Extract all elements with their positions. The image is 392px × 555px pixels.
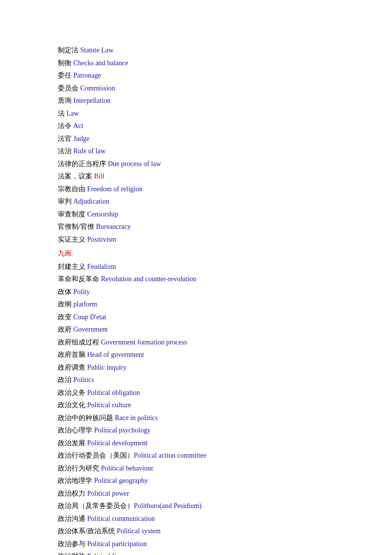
english-text: Statute Law bbox=[80, 46, 114, 54]
english-text: Government bbox=[74, 326, 108, 333]
chinese-text: 革命和反革命 bbox=[58, 275, 101, 283]
english-text: Positivism bbox=[87, 236, 117, 243]
chinese-text: 政治沟通 bbox=[58, 515, 87, 522]
english-text: Commission bbox=[80, 85, 116, 92]
entry-political-culture: 政治文化 Political culture bbox=[58, 399, 334, 412]
entry-revolution: 革命和反革命 Revolution and counter-revolution bbox=[58, 273, 334, 286]
english-text: Political action committee bbox=[134, 452, 206, 459]
english-text: Political behaviour bbox=[101, 465, 154, 472]
english-text: Polity bbox=[74, 288, 90, 296]
english-text: Political obligation bbox=[87, 389, 140, 396]
chinese-text: 法治 bbox=[58, 147, 74, 155]
chinese-text: 政治发展 bbox=[58, 439, 87, 447]
chinese-text: 政体 bbox=[58, 288, 74, 296]
chinese-text: 法 bbox=[58, 110, 67, 117]
entry-polity: 政体 Polity bbox=[58, 286, 334, 299]
chinese-text: 审查制度 bbox=[58, 211, 87, 218]
english-text: Political communication bbox=[87, 515, 155, 522]
chinese-text: 政治参与 bbox=[58, 540, 87, 548]
chinese-text: 政治局（及常务委员会） bbox=[58, 502, 134, 510]
entry-political-power: 政治权力 Political power bbox=[58, 488, 334, 500]
english-text: Bureaucracy bbox=[96, 223, 131, 230]
chinese-text: 政府首脑 bbox=[58, 351, 87, 358]
entry-feudalism: 封建主义 Feudalism bbox=[58, 261, 334, 273]
entry-political-participation: 政治参与 Political participation bbox=[58, 538, 334, 551]
english-text: Patronage bbox=[74, 72, 101, 79]
entry-bill: 法案，议案 Bill bbox=[58, 171, 334, 183]
entry-politburo: 政治局（及常务委员会）Politburo(and Pesidium) bbox=[58, 500, 334, 512]
english-text: Political power bbox=[87, 490, 129, 497]
english-text: Political participation bbox=[87, 540, 147, 548]
chinese-text: 委员会 bbox=[58, 85, 80, 92]
entry-adjudication: 审判 Adjudication bbox=[58, 196, 334, 208]
entry-politics: 政治 Politics bbox=[58, 374, 334, 386]
entry-checks-balance: 制衡 Checks and balance bbox=[58, 57, 334, 70]
english-text: Freedom of religion bbox=[87, 185, 143, 193]
entry-political-obligation: 政治义务 Political obligation bbox=[58, 387, 334, 399]
chinese-text: 政治文化 bbox=[58, 401, 87, 409]
chinese-text: 政治义务 bbox=[58, 389, 87, 396]
chinese-text: 政府 bbox=[58, 326, 74, 333]
english-text: Revolution and counter-revolution bbox=[101, 275, 196, 283]
chinese-text: 制定法 bbox=[58, 46, 80, 54]
english-text: platform bbox=[74, 300, 97, 308]
english-text: Political finance bbox=[87, 553, 132, 555]
english-text: Political development bbox=[87, 439, 148, 447]
entry-political-geography: 政治地理学 Political geography bbox=[58, 475, 334, 487]
english-text: Rule of law bbox=[74, 147, 106, 155]
chinese-text: 政治财政 bbox=[58, 553, 87, 555]
chinese-text: 政治 bbox=[58, 376, 74, 384]
entry-statute-law: 制定法 Statute Law bbox=[58, 44, 334, 57]
section-nine-heading: 九画 bbox=[58, 248, 334, 260]
english-text: Government formation process bbox=[101, 339, 187, 346]
english-text: Interpellation bbox=[74, 97, 111, 104]
chinese-text: 政府组成过程 bbox=[58, 339, 101, 346]
entry-government-formation: 政府组成过程 Government formation process bbox=[58, 337, 334, 349]
chinese-text: 质询 bbox=[58, 97, 74, 104]
chinese-text: 宗教自由 bbox=[58, 185, 87, 193]
entries-list: 制定法 Statute Law 制衡 Checks and balance 委任… bbox=[58, 44, 334, 555]
english-text: Censorship bbox=[87, 211, 118, 218]
chinese-text: 封建主义 bbox=[58, 263, 87, 270]
entry-freedom-religion: 宗教自由 Freedom of religion bbox=[58, 183, 334, 196]
chinese-text: 政纲 bbox=[58, 300, 74, 308]
chinese-text: 政治体系/政治系统 bbox=[58, 527, 117, 535]
english-text: Public inquiry bbox=[87, 364, 127, 371]
english-text: Bill bbox=[94, 172, 105, 180]
english-text: Political psychology bbox=[94, 427, 151, 434]
entry-government: 政府 Government bbox=[58, 324, 334, 336]
chinese-text: 官僚制/官僚 bbox=[58, 223, 96, 230]
english-text: Politics bbox=[74, 376, 94, 384]
chinese-text: 法案，议案 bbox=[58, 172, 94, 180]
english-text: Due process of law bbox=[108, 160, 161, 168]
entry-positivism: 实证主义 Positivism bbox=[58, 234, 334, 246]
chinese-text: 委任 bbox=[58, 72, 74, 79]
chinese-text: 政变 bbox=[58, 313, 74, 321]
english-text: Political culture bbox=[87, 401, 131, 409]
entry-platform: 政纲 platform bbox=[58, 299, 334, 311]
chinese-text: 审判 bbox=[58, 198, 74, 205]
entry-race-politics: 政治中的种族问题 Race in politics bbox=[58, 412, 334, 425]
chinese-text: 政治行为研究 bbox=[58, 465, 101, 472]
english-text: Political system bbox=[117, 527, 160, 535]
entry-law: 法 Law bbox=[58, 108, 334, 120]
entry-bureaucracy: 官僚制/官僚 Bureaucracy bbox=[58, 221, 334, 233]
chinese-text: 制衡 bbox=[58, 59, 74, 67]
entry-due-process: 法律的正当程序 Due process of law bbox=[58, 158, 334, 171]
chinese-text: 法律的正当程序 bbox=[58, 160, 108, 168]
entry-censorship: 审查制度 Censorship bbox=[58, 209, 334, 221]
english-text: Judge bbox=[74, 135, 90, 142]
english-text: Act bbox=[74, 122, 83, 129]
chinese-text: 政治心理学 bbox=[58, 427, 94, 434]
entry-political-finance: 政治财政 Political finance bbox=[58, 551, 334, 555]
chinese-text: 政治地理学 bbox=[58, 477, 94, 484]
chinese-text: 政府调查 bbox=[58, 364, 87, 371]
english-text: Adjudication bbox=[74, 198, 110, 205]
chinese-text: 政治权力 bbox=[58, 490, 87, 497]
entry-political-communication: 政治沟通 Political communication bbox=[58, 513, 334, 525]
entry-rule-of-law: 法治 Rule of law bbox=[58, 145, 334, 158]
english-text: Head of government bbox=[87, 351, 144, 358]
entry-patronage: 委任 Patronage bbox=[58, 70, 334, 82]
entry-political-behaviour: 政治行为研究 Political behaviour bbox=[58, 463, 334, 475]
entry-head-government: 政府首脑 Head of government bbox=[58, 349, 334, 361]
